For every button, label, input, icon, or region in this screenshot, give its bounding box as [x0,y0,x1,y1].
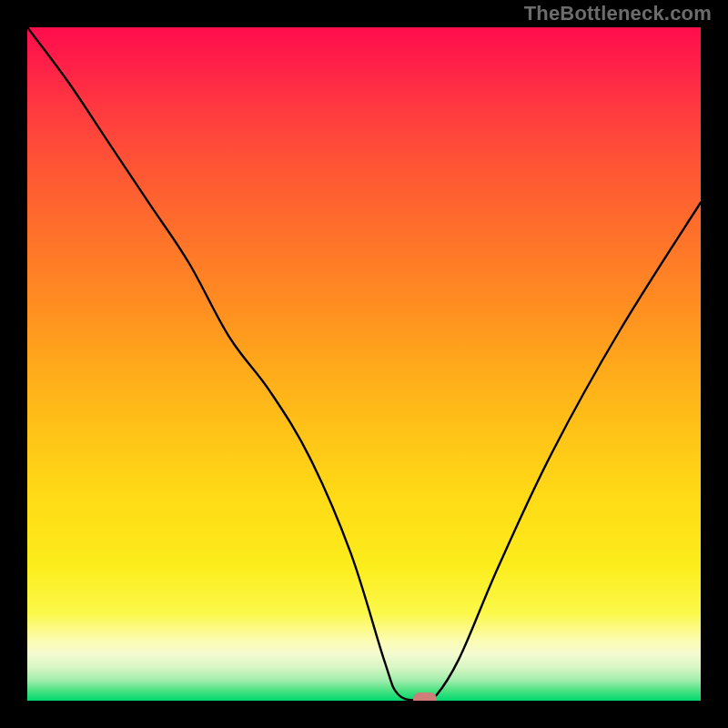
plot-area [27,27,701,701]
bottleneck-curve [27,27,701,701]
optimal-point-marker [413,693,437,701]
chart-frame: TheBottleneck.com [0,0,728,728]
watermark-text: TheBottleneck.com [524,2,712,25]
